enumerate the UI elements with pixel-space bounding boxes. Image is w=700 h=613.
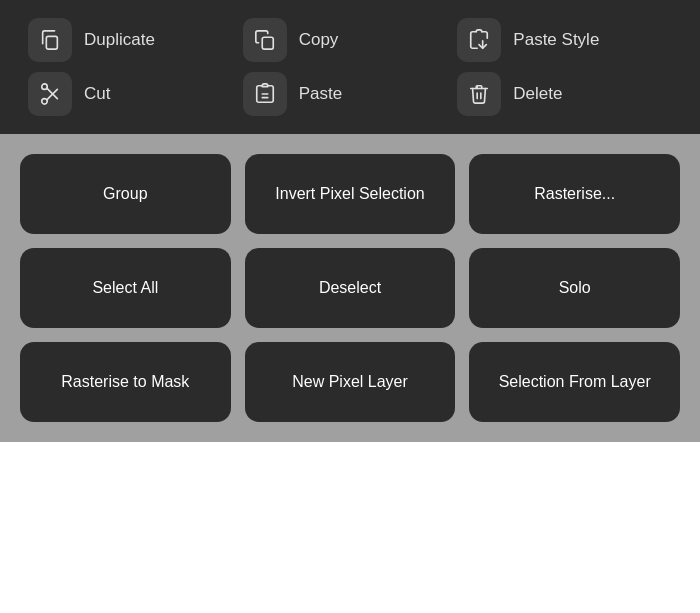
duplicate-icon-box [28, 18, 72, 62]
paste-item[interactable]: Paste [243, 72, 458, 116]
deselect-button[interactable]: Deselect [245, 248, 456, 328]
invert-pixel-selection-button[interactable]: Invert Pixel Selection [245, 154, 456, 234]
cut-label: Cut [84, 84, 110, 104]
svg-rect-0 [46, 36, 57, 49]
grid-section: Group Invert Pixel Selection Rasterise..… [0, 134, 700, 442]
paste-label: Paste [299, 84, 342, 104]
paste-style-item[interactable]: Paste Style [457, 18, 672, 62]
rasterise-to-mask-button[interactable]: Rasterise to Mask [20, 342, 231, 422]
toolbar-row-2: Cut Paste [28, 72, 672, 116]
rasterise-button[interactable]: Rasterise... [469, 154, 680, 234]
paste-icon-box [243, 72, 287, 116]
cut-icon [39, 83, 61, 105]
paste-style-icon-box [457, 18, 501, 62]
copy-icon [254, 29, 276, 51]
grid-row-2: Select All Deselect Solo [20, 248, 680, 328]
svg-line-4 [47, 88, 58, 99]
copy-label: Copy [299, 30, 339, 50]
new-pixel-layer-button[interactable]: New Pixel Layer [245, 342, 456, 422]
delete-label: Delete [513, 84, 562, 104]
delete-item[interactable]: Delete [457, 72, 672, 116]
delete-icon-box [457, 72, 501, 116]
svg-line-5 [47, 89, 58, 100]
duplicate-icon [39, 29, 61, 51]
paste-icon [254, 83, 276, 105]
copy-item[interactable]: Copy [243, 18, 458, 62]
copy-icon-box [243, 18, 287, 62]
selection-from-layer-button[interactable]: Selection From Layer [469, 342, 680, 422]
solo-button[interactable]: Solo [469, 248, 680, 328]
cut-icon-box [28, 72, 72, 116]
group-button[interactable]: Group [20, 154, 231, 234]
grid-row-3: Rasterise to Mask New Pixel Layer Select… [20, 342, 680, 422]
paste-style-icon [468, 29, 490, 51]
delete-icon [468, 83, 490, 105]
paste-style-label: Paste Style [513, 30, 599, 50]
duplicate-label: Duplicate [84, 30, 155, 50]
select-all-button[interactable]: Select All [20, 248, 231, 328]
top-toolbar: Duplicate Copy Pa [0, 0, 700, 134]
toolbar-row-1: Duplicate Copy Pa [28, 18, 672, 62]
svg-rect-1 [262, 37, 273, 49]
grid-row-1: Group Invert Pixel Selection Rasterise..… [20, 154, 680, 234]
duplicate-item[interactable]: Duplicate [28, 18, 243, 62]
cut-item[interactable]: Cut [28, 72, 243, 116]
